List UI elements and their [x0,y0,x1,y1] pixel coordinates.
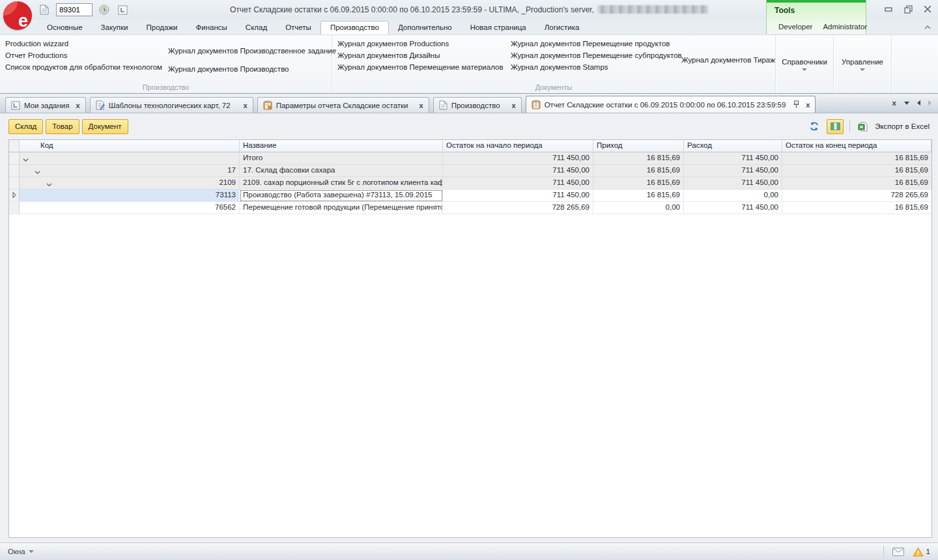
refresh-icon[interactable] [808,120,821,133]
doc-tab-shablony[interactable]: Шаблоны технологических карт, 72 x [90,97,253,113]
expander-icon[interactable] [35,168,40,176]
table-row-sklad-17[interactable]: 17 17. Склад фасовки сахара 711 450,00 1… [9,165,931,177]
ribbon-item-zhurnal-proizv-zadanie[interactable]: Журнал документов Производственное задан… [163,45,341,57]
name-cell[interactable]: Производство (Работа завершена) #73113, … [240,189,443,202]
code-cell[interactable]: 73113 [20,189,240,202]
menu-tab-sklad[interactable]: Склад [236,21,276,35]
excel-icon[interactable] [856,120,869,133]
menu-tab-otchety[interactable]: Отчеты [276,21,320,35]
table-row-tovar-2109[interactable]: 2109 2109. сахар порционный стик 5г с ло… [9,177,931,189]
expense-cell[interactable]: 711 450,00 [684,165,782,177]
tab-list-dropdown-icon[interactable] [904,102,909,105]
column-header-rashod[interactable]: Расход [684,140,782,152]
end-cell[interactable]: 16 815,69 [782,177,931,189]
filter-button-dokument[interactable]: Документ [82,119,128,134]
ribbon-item-zhurnal-peremeshchenie-materialov[interactable]: Журнал документов Перемещение материалов [332,61,505,73]
income-cell[interactable]: 16 815,69 [593,152,684,165]
tab-close-icon[interactable]: x [419,102,423,109]
ribbon-item-zhurnal-tirazh[interactable]: Журнал документов Тираж [676,54,780,66]
ribbon-item-otchet-productions[interactable]: Отчет Productions [0,49,163,61]
income-cell[interactable]: 0,00 [593,202,684,214]
ribbon-item-zhurnal-peremeshchenie-produktov[interactable]: Журнал документов Перемещение продуктов [505,38,676,49]
menu-tab-prodazhi[interactable]: Продажи [137,21,187,35]
doc-tab-parametry-otcheta[interactable]: Параметры отчета Складские остатки x [257,97,429,113]
name-cell[interactable]: Итого [240,152,443,165]
collapse-ribbon-icon[interactable] [924,23,931,31]
begin-cell[interactable]: 711 450,00 [443,152,593,165]
menu-tab-dopolnitelno[interactable]: Дополнительно [389,21,461,35]
filter-button-sklad[interactable]: Склад [8,119,43,134]
end-cell[interactable]: 16 815,69 [782,152,931,165]
ribbon-item-zhurnal-stamps[interactable]: Журнал документов Stamps [505,61,676,73]
name-cell[interactable]: 2109. сахар порционный стик 5г с логотип… [240,177,443,189]
expense-cell[interactable]: 711 450,00 [684,177,782,189]
menu-tab-zakupki[interactable]: Закупки [92,21,137,35]
begin-cell[interactable]: 728 265,69 [443,202,593,214]
menu-tab-novaya-stranica[interactable]: Новая страница [461,21,535,35]
expander-icon[interactable] [46,180,52,188]
ribbon-item-zhurnal-proizvodstvo[interactable]: Журнал документов Производство [163,63,341,75]
expense-cell[interactable]: 711 450,00 [684,202,782,214]
ribbon-dropdown-spravochniki[interactable]: Справочники [776,35,834,93]
filter-button-tovar[interactable]: Товар [46,119,79,134]
begin-cell[interactable]: 711 450,00 [443,177,593,189]
expense-cell[interactable]: 0,00 [684,189,782,202]
export-to-excel-button[interactable]: Экспорт в Excel [875,122,930,130]
expense-cell[interactable]: 711 450,00 [684,152,782,165]
ribbon-item-zhurnal-peremeshchenie-subproduktov[interactable]: Журнал документов Перемещение субпродукт… [505,49,676,61]
tab-close-icon[interactable]: x [512,102,516,109]
pin-icon[interactable] [793,100,799,109]
scroll-tabs-right-icon[interactable] [928,100,931,105]
doc-tab-moi-zadaniya[interactable]: Мои задания x [5,97,86,113]
end-cell[interactable]: 16 815,69 [782,202,931,214]
menu-tab-osnovnye[interactable]: Основные [38,21,92,35]
ribbon-item-zhurnal-productions[interactable]: Журнал документов Productions [332,38,505,49]
column-header-nazvanie[interactable]: Название [240,140,443,152]
menu-tab-proizvodstvo[interactable]: Производство [320,21,389,35]
code-cell[interactable]: 76562 [20,202,240,214]
minimize-button[interactable] [883,5,894,14]
end-cell[interactable]: 16 815,69 [782,165,931,177]
mail-icon[interactable] [892,545,905,558]
expander-icon[interactable] [23,156,29,163]
begin-cell[interactable]: 711 450,00 [443,165,593,177]
name-cell[interactable]: Перемещение готовой продукции (Перемещен… [240,202,443,214]
ribbon-item-zhurnal-dizayny[interactable]: Журнал документов Дизайны [332,49,505,61]
ribbon-item-production-wizzard[interactable]: Production wizzard [0,38,163,49]
begin-cell[interactable]: 711 450,00 [443,189,593,202]
code-cell[interactable]: 17 [20,165,240,177]
tools-tab-developer[interactable]: Developer [775,21,816,32]
tab-close-icon[interactable]: x [806,101,810,109]
income-cell[interactable]: 16 815,69 [593,177,684,189]
end-cell[interactable]: 728 265,69 [782,189,931,202]
scroll-tabs-left-icon[interactable] [917,100,920,105]
column-header-ostatok-konec[interactable]: Остаток на конец периода [782,140,931,152]
windows-menu-button[interactable]: Окна [8,548,34,555]
menu-tab-logistika[interactable]: Логистика [535,21,589,35]
warnings-indicator[interactable]: 1 [913,547,930,557]
income-cell[interactable]: 16 815,69 [593,165,684,177]
close-button[interactable] [922,5,933,14]
column-header-kod[interactable]: Код [20,140,240,152]
tab-close-icon[interactable]: x [244,102,248,109]
column-header-prihod[interactable]: Приход [593,140,684,152]
menu-tab-finansy[interactable]: Финансы [187,21,236,35]
restore-button[interactable] [903,5,913,14]
name-cell[interactable]: 17. Склад фасовки сахара [240,165,443,177]
table-row-dokument-73113[interactable]: 73113 Производство (Работа завершена) #7… [9,189,931,202]
income-cell[interactable]: 16 815,69 [593,189,684,202]
tab-close-icon[interactable]: x [76,102,80,109]
table-row-itogo[interactable]: Итого 711 450,00 16 815,69 711 450,00 16… [9,152,931,165]
ribbon-item-spisok-produktov[interactable]: Список продуктов для обработки технолого… [0,61,163,73]
doc-tab-otchet-skladskie-ostatki[interactable]: Отчет Складские остатки с 06.09.2015 0:0… [526,96,816,113]
column-header-ostatok-nachalo[interactable]: Остаток на начало периода [443,140,593,152]
close-tab-icon[interactable]: x [892,99,896,107]
code-cell[interactable]: 2109 [20,177,240,189]
app-logo[interactable]: e [3,1,32,30]
table-row-dokument-76562[interactable]: 76562 Перемещение готовой продукции (Пер… [9,202,931,214]
doc-tab-proizvodstvo[interactable]: Производство x [433,97,522,113]
ribbon-dropdown-upravlenie[interactable]: Управление [834,35,892,93]
column-chooser-toggle[interactable] [827,119,844,134]
code-cell[interactable] [20,152,240,165]
tools-tab-administrator[interactable]: Administrator [819,21,871,32]
